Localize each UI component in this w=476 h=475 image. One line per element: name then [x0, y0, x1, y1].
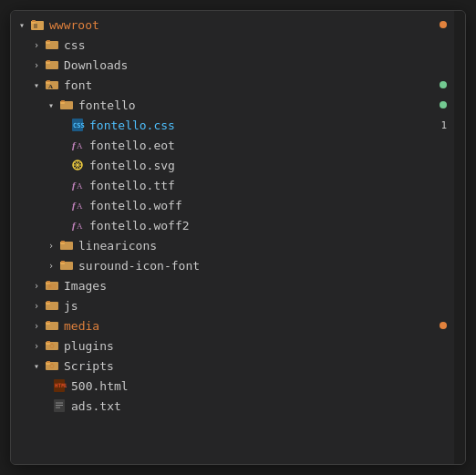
- tree-item-500html[interactable]: HTML 500.html: [11, 376, 454, 396]
- svg-text:A: A: [77, 222, 83, 231]
- svg-text:A: A: [77, 181, 83, 191]
- suround-label: suround-icon-font: [78, 259, 447, 273]
- svg-text:A: A: [77, 201, 83, 211]
- tree-item-fontello-ttf[interactable]: f A fontello.ttf: [11, 175, 454, 195]
- svg-text:A: A: [77, 141, 83, 150]
- tree-item-scripts[interactable]: ▾ Scripts: [11, 356, 454, 376]
- media-dot: [440, 322, 447, 329]
- font-woff-icon: f A: [69, 198, 86, 212]
- images-label: Images: [64, 279, 447, 293]
- svg-file-icon: [69, 158, 86, 172]
- arrow-fontello: ▾: [44, 100, 58, 110]
- font-ttf-icon: f A: [69, 178, 86, 192]
- fontello-ttf-label: fontello.ttf: [89, 179, 447, 192]
- folder-media-icon: [44, 318, 60, 333]
- file-explorer-window: ▾ wwwroot ›: [10, 10, 466, 465]
- svg-rect-59: [51, 364, 53, 366]
- arrow-suround: ›: [44, 261, 58, 271]
- svg-rect-38: [61, 261, 65, 263]
- 500html-label: 500.html: [71, 379, 447, 393]
- svg-rect-35: [61, 241, 65, 243]
- tree-item-fontello-eot[interactable]: f A fontello.eot: [11, 135, 454, 155]
- fontello-dot: [440, 101, 447, 108]
- arrow-wwwroot: ▾: [15, 20, 29, 30]
- fontello-svg-label: fontello.svg: [89, 159, 447, 172]
- svg-text:A: A: [48, 83, 53, 90]
- arrow-linearicons: ›: [44, 241, 58, 251]
- svg-text:CSS: CSS: [73, 122, 85, 129]
- svg-text:HTML: HTML: [55, 382, 67, 388]
- tree-item-fontello-css[interactable]: CSS fontello.css 1: [11, 115, 454, 135]
- scripts-label: Scripts: [64, 359, 447, 373]
- font-woff2-icon: f A: [69, 218, 86, 232]
- font-dot: [440, 81, 447, 88]
- linearicons-label: linearicons: [78, 239, 447, 253]
- tree-item-css[interactable]: › css: [11, 35, 454, 55]
- svg-rect-7: [47, 40, 50, 42]
- adstxt-label: ads.txt: [71, 399, 447, 413]
- folder-root-icon: [29, 17, 46, 32]
- tree-item-fontello[interactable]: ▾ fontello: [11, 95, 454, 115]
- fontello-woff-label: fontello.woff: [89, 199, 447, 212]
- fontello-css-badge: 1: [434, 119, 447, 131]
- html-file-icon: HTML: [51, 378, 67, 393]
- arrow-scripts: ▾: [29, 361, 44, 371]
- js-label: js: [64, 299, 447, 313]
- svg-rect-46: [47, 301, 50, 303]
- tree-item-font[interactable]: ▾ A font: [11, 75, 454, 95]
- css-file-icon: CSS: [69, 118, 86, 132]
- svg-rect-41: [47, 281, 50, 283]
- folder-js-icon: [44, 298, 60, 313]
- wwwroot-label: wwwroot: [49, 18, 434, 32]
- txt-file-icon: [51, 398, 67, 413]
- tree-item-fontello-woff[interactable]: f A fontello.woff: [11, 195, 454, 215]
- tree-item-plugins[interactable]: › plugins: [11, 336, 454, 356]
- fontello-eot-label: fontello.eot: [89, 139, 447, 152]
- svg-rect-13: [47, 80, 50, 82]
- arrow-js: ›: [29, 301, 44, 311]
- svg-point-43: [49, 285, 52, 288]
- folder-downloads-icon: [44, 57, 60, 72]
- svg-rect-2: [32, 20, 36, 22]
- folder-linearicons-icon: [58, 238, 75, 253]
- tree-item-wwwroot[interactable]: ▾ wwwroot: [11, 15, 454, 35]
- tree-item-fontello-svg[interactable]: fontello.svg: [11, 155, 454, 175]
- svg-rect-10: [47, 60, 50, 62]
- tree-item-downloads[interactable]: › Downloads: [11, 55, 454, 75]
- svg-rect-54: [51, 344, 53, 346]
- fontello-woff2-label: fontello.woff2: [89, 219, 447, 232]
- file-tree: ▾ wwwroot ›: [11, 11, 454, 464]
- svg-rect-17: [61, 100, 65, 102]
- downloads-label: Downloads: [64, 58, 447, 72]
- svg-rect-57: [47, 361, 50, 363]
- tree-item-suround[interactable]: › suround-icon-font: [11, 255, 454, 275]
- fontello-css-label: fontello.css: [89, 119, 429, 132]
- arrow-plugins: ›: [29, 341, 44, 351]
- font-eot-icon: f A: [69, 138, 86, 152]
- folder-fontello-icon: [58, 98, 75, 112]
- tree-item-fontello-woff2[interactable]: f A fontello.woff2: [11, 215, 454, 235]
- scrollbar[interactable]: [454, 11, 465, 464]
- folder-plugins-icon: [44, 338, 60, 353]
- folder-suround-icon: [58, 258, 75, 273]
- arrow-font: ▾: [29, 80, 44, 90]
- arrow-downloads: ›: [29, 60, 44, 70]
- arrow-css: ›: [29, 40, 44, 50]
- tree-item-linearicons[interactable]: › linearicons: [11, 235, 454, 255]
- arrow-images: ›: [29, 281, 44, 291]
- folder-css-icon: [44, 37, 60, 52]
- folder-font-icon: A: [44, 77, 60, 92]
- media-label: media: [64, 319, 434, 333]
- arrow-media: ›: [29, 321, 44, 331]
- font-label: font: [64, 78, 434, 92]
- tree-item-js[interactable]: › js: [11, 295, 454, 315]
- plugins-label: plugins: [64, 339, 447, 353]
- tree-item-images[interactable]: › Images: [11, 275, 454, 295]
- tree-item-adstxt[interactable]: ads.txt: [11, 396, 454, 416]
- tree-item-media[interactable]: › media: [11, 315, 454, 336]
- svg-rect-52: [47, 341, 50, 343]
- fontello-label: fontello: [78, 98, 434, 112]
- css-label: css: [64, 38, 447, 52]
- folder-scripts-icon: [44, 358, 60, 373]
- svg-rect-49: [47, 321, 50, 323]
